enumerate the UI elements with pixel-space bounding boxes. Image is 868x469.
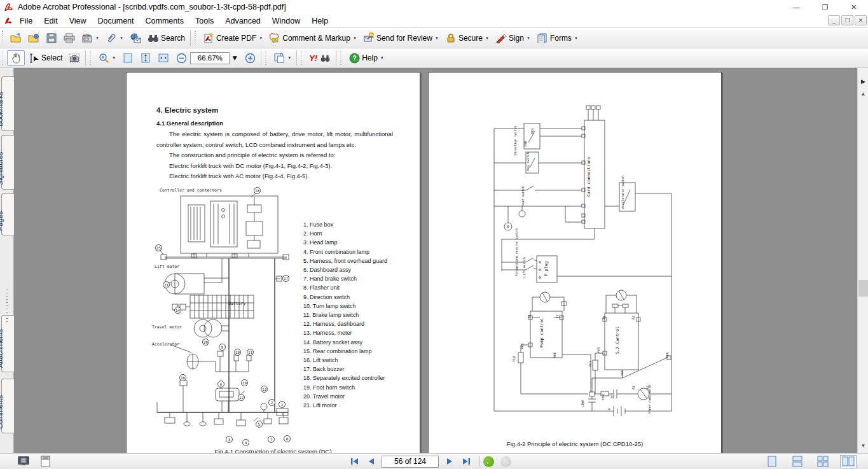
send-for-review-button[interactable]: Send for Review▼ xyxy=(360,31,442,46)
hand-tool-button[interactable] xyxy=(7,50,25,66)
send-review-icon xyxy=(363,32,375,44)
last-page-button[interactable] xyxy=(460,456,472,467)
organizer-icon xyxy=(81,32,93,44)
printer-icon xyxy=(64,32,75,44)
fit-page-button[interactable] xyxy=(119,50,137,66)
create-pdf-button[interactable]: Create PDF▼ xyxy=(200,31,266,46)
restore-icon[interactable]: ❐ xyxy=(811,0,839,14)
search-button[interactable]: Search xyxy=(144,31,188,46)
yahoo-search-button[interactable]: Y! xyxy=(306,50,334,66)
next-page-button[interactable] xyxy=(444,456,455,467)
sidebar-tab-pages[interactable]: Pages xyxy=(1,193,14,235)
diagram-label: Key switch xyxy=(527,152,530,171)
toolbar-separator xyxy=(190,31,191,46)
toolbar-grip[interactable] xyxy=(340,51,343,65)
sidebar-tab-comments[interactable]: Comments xyxy=(1,379,14,433)
zoom-level-input[interactable] xyxy=(190,52,230,64)
toolbar-grip[interactable] xyxy=(265,51,268,65)
pdf-page-right[interactable]: Direction switchFWDREVKey switchSeat swi… xyxy=(428,72,722,453)
menu-comments[interactable]: Comments xyxy=(140,15,189,27)
diagram-label: S.X Control xyxy=(616,326,620,354)
next-view-button[interactable]: → xyxy=(500,456,511,467)
menu-document[interactable]: Document xyxy=(92,15,140,27)
continuous-facing-layout-button[interactable] xyxy=(815,455,831,468)
scroll-up-icon[interactable]: ▲ xyxy=(858,88,868,99)
menu-file[interactable]: File xyxy=(14,15,38,27)
toolbar-grip[interactable] xyxy=(194,31,197,45)
acrobat-window: Adobe Acrobat Professional - [scribd.vpd… xyxy=(0,0,868,469)
parts-list-item: 18. Separately excited controller xyxy=(303,374,387,382)
diagram-label: Direction switch xyxy=(514,126,517,155)
minimize-icon[interactable]: — xyxy=(782,0,811,14)
fit-height-icon xyxy=(140,52,151,64)
previous-view-button[interactable]: ← xyxy=(483,456,494,467)
fullscreen-view-icon[interactable] xyxy=(18,456,29,467)
parts-list-item: 7. Hand brake switch xyxy=(303,274,387,283)
open-web-button[interactable] xyxy=(25,31,43,46)
page-indicator-input[interactable] xyxy=(382,456,439,468)
view-toolbar: Select ▼ ▼ ▼ Y! ?Help▼ xyxy=(0,48,868,68)
menu-edit[interactable]: Edit xyxy=(38,15,64,27)
page-view-icon[interactable] xyxy=(39,456,51,467)
open-button[interactable] xyxy=(7,31,25,46)
document-window-controls: _ ❐ ✕ xyxy=(828,15,867,25)
print-button[interactable] xyxy=(60,31,78,46)
single-page-layout-button[interactable] xyxy=(764,455,780,468)
toolbar-grip[interactable] xyxy=(1,31,4,45)
nav-pane-splitter[interactable] xyxy=(6,290,8,323)
sidebar-tab-label: Attachments xyxy=(0,329,4,368)
menu-view[interactable]: View xyxy=(64,15,92,27)
zoom-tool-button[interactable]: ▼ xyxy=(95,50,119,66)
organizer-button[interactable]: ▼ xyxy=(78,31,102,46)
continuous-layout-button[interactable] xyxy=(789,455,806,468)
pane-handle-icon[interactable]: ▶ xyxy=(858,74,868,88)
snapshot-button[interactable] xyxy=(65,50,83,66)
menu-tools[interactable]: Tools xyxy=(189,15,219,27)
acrobat-doc-icon xyxy=(3,15,14,27)
save-button[interactable] xyxy=(43,31,60,46)
pdf-page-left[interactable]: 4. Electric system 4.1 General descripti… xyxy=(126,72,420,453)
menu-window[interactable]: Window xyxy=(266,15,306,27)
sidebar-tab-attachments[interactable]: Attachments xyxy=(1,315,14,372)
scrollbar-thumb[interactable] xyxy=(858,280,868,297)
email-button[interactable] xyxy=(127,31,144,46)
previous-page-button[interactable] xyxy=(365,456,376,467)
fit-page-icon xyxy=(122,52,134,64)
sign-button[interactable]: Sign▼ xyxy=(492,31,534,46)
doc-close-icon[interactable]: ✕ xyxy=(855,15,867,25)
select-tool-button[interactable]: Select xyxy=(25,50,65,66)
menu-advanced[interactable]: Advanced xyxy=(219,15,266,27)
comment-markup-button[interactable]: Comment & Markup▼ xyxy=(266,31,360,46)
menu-help[interactable]: Help xyxy=(306,15,334,27)
fit-width-button[interactable] xyxy=(155,50,172,66)
parts-list-item: 15. Rear combination lamp xyxy=(303,347,387,356)
diagram-label: FU4 xyxy=(602,394,605,400)
help-button[interactable]: ?Help▼ xyxy=(345,50,387,66)
zoom-out-button[interactable] xyxy=(172,50,190,66)
doc-minimize-icon[interactable]: _ xyxy=(828,15,840,25)
zoom-in-button[interactable] xyxy=(241,50,259,66)
toolbar-grip[interactable] xyxy=(1,51,4,65)
scroll-down-icon[interactable]: ▼ xyxy=(858,440,868,451)
fit-height-button[interactable] xyxy=(137,50,155,66)
binoculars-icon xyxy=(148,32,159,44)
close-icon[interactable]: ✕ xyxy=(839,0,868,14)
forms-button[interactable]: Forms▼ xyxy=(534,31,581,46)
attach-button[interactable]: ▼ xyxy=(102,31,127,46)
sidebar-tab-bookmarks[interactable]: Bookmarks xyxy=(1,76,14,131)
email-globe-icon xyxy=(130,32,141,44)
subsection-heading: 4.1 General description xyxy=(156,120,223,127)
paperclip-icon xyxy=(106,32,117,44)
doc-restore-icon[interactable]: ❐ xyxy=(841,15,853,25)
zoom-level-caret-icon[interactable]: ▼ xyxy=(231,53,238,62)
toolbar-grip[interactable] xyxy=(300,51,303,65)
toolbar-grip[interactable] xyxy=(89,51,92,65)
yahoo-logo: Y! xyxy=(309,53,317,63)
facing-layout-button[interactable] xyxy=(840,455,857,468)
page-display-button[interactable]: ▼ xyxy=(270,50,294,66)
vertical-scrollbar[interactable]: ▶ ▲ ▼ xyxy=(857,68,868,453)
first-page-button[interactable] xyxy=(348,456,360,467)
secure-button[interactable]: Secure▼ xyxy=(442,31,492,46)
sidebar-tab-signatures[interactable]: Signatures xyxy=(1,135,14,190)
diagram-label: FU1 xyxy=(589,361,592,367)
